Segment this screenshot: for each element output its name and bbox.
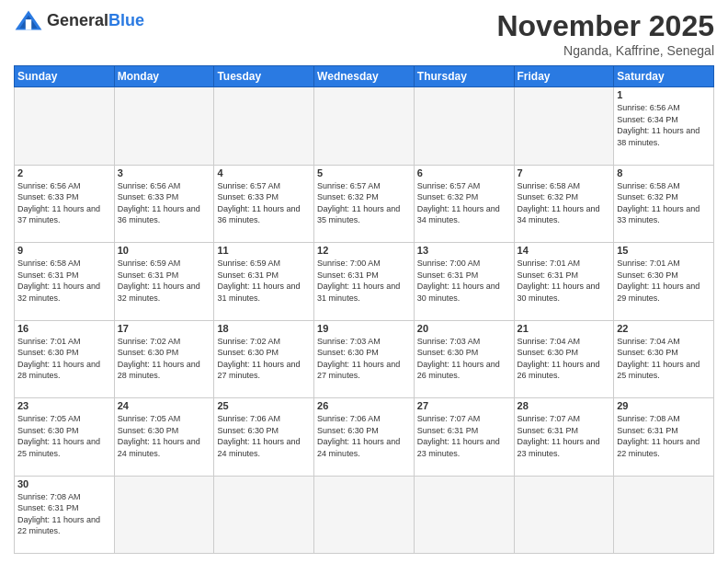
calendar-cell: 15Sunrise: 7:01 AMSunset: 6:30 PMDayligh…: [614, 243, 714, 321]
day-info: Sunrise: 6:58 AMSunset: 6:31 PMDaylight:…: [17, 258, 111, 304]
calendar-row: 30Sunrise: 7:08 AMSunset: 6:31 PMDayligh…: [15, 476, 714, 554]
calendar-cell: 9Sunrise: 6:58 AMSunset: 6:31 PMDaylight…: [15, 243, 115, 321]
day-info: Sunrise: 6:59 AMSunset: 6:31 PMDaylight:…: [217, 258, 311, 304]
calendar-cell: 16Sunrise: 7:01 AMSunset: 6:30 PMDayligh…: [15, 320, 115, 398]
day-info: Sunrise: 7:03 AMSunset: 6:30 PMDaylight:…: [417, 336, 511, 382]
day-number: 10: [118, 245, 211, 256]
calendar-cell: 25Sunrise: 7:06 AMSunset: 6:30 PMDayligh…: [214, 398, 314, 477]
day-number: 5: [317, 167, 411, 178]
day-info: Sunrise: 7:01 AMSunset: 6:31 PMDaylight:…: [518, 258, 611, 304]
calendar-cell: 26Sunrise: 7:06 AMSunset: 6:30 PMDayligh…: [314, 398, 415, 477]
calendar-row: 1Sunrise: 6:56 AMSunset: 6:34 PMDaylight…: [15, 87, 714, 166]
day-info: Sunrise: 6:58 AMSunset: 6:32 PMDaylight:…: [518, 180, 611, 226]
day-number: 24: [118, 400, 211, 411]
calendar-cell: 10Sunrise: 6:59 AMSunset: 6:31 PMDayligh…: [114, 243, 214, 321]
day-number: 13: [417, 245, 511, 256]
calendar-cell: 21Sunrise: 7:04 AMSunset: 6:30 PMDayligh…: [514, 320, 614, 398]
calendar-cell: 11Sunrise: 6:59 AMSunset: 6:31 PMDayligh…: [214, 243, 314, 321]
calendar-cell: 4Sunrise: 6:57 AMSunset: 6:33 PMDaylight…: [214, 165, 314, 243]
calendar-cell: 17Sunrise: 7:02 AMSunset: 6:30 PMDayligh…: [114, 320, 214, 398]
calendar-cell: 12Sunrise: 7:00 AMSunset: 6:31 PMDayligh…: [314, 243, 415, 321]
calendar-cell: [15, 87, 115, 166]
calendar-cell: 19Sunrise: 7:03 AMSunset: 6:30 PMDayligh…: [314, 320, 415, 398]
day-number: 8: [617, 167, 711, 178]
day-info: Sunrise: 6:57 AMSunset: 6:33 PMDaylight:…: [217, 180, 311, 226]
calendar-cell: 27Sunrise: 7:07 AMSunset: 6:31 PMDayligh…: [414, 398, 514, 477]
calendar-cell: [514, 476, 614, 554]
day-number: 18: [217, 323, 311, 334]
calendar-cell: 28Sunrise: 7:07 AMSunset: 6:31 PMDayligh…: [514, 398, 614, 477]
calendar-row: 2Sunrise: 6:56 AMSunset: 6:33 PMDaylight…: [15, 165, 714, 243]
day-number: 30: [17, 478, 111, 489]
day-info: Sunrise: 6:56 AMSunset: 6:33 PMDaylight:…: [17, 180, 111, 226]
day-info: Sunrise: 7:05 AMSunset: 6:30 PMDaylight:…: [118, 413, 211, 459]
calendar-row: 23Sunrise: 7:05 AMSunset: 6:30 PMDayligh…: [15, 398, 714, 477]
calendar-cell: 5Sunrise: 6:57 AMSunset: 6:32 PMDaylight…: [314, 165, 415, 243]
header-monday: Monday: [114, 66, 214, 87]
day-info: Sunrise: 6:56 AMSunset: 6:34 PMDaylight:…: [617, 102, 711, 148]
calendar-cell: 1Sunrise: 6:56 AMSunset: 6:34 PMDaylight…: [614, 87, 714, 166]
logo-text: GeneralBlue: [47, 11, 144, 30]
day-number: 7: [518, 167, 611, 178]
calendar-row: 9Sunrise: 6:58 AMSunset: 6:31 PMDaylight…: [15, 243, 714, 321]
day-info: Sunrise: 7:02 AMSunset: 6:30 PMDaylight:…: [217, 336, 311, 382]
day-number: 11: [217, 245, 311, 256]
calendar-cell: 22Sunrise: 7:04 AMSunset: 6:30 PMDayligh…: [614, 320, 714, 398]
calendar-cell: 2Sunrise: 6:56 AMSunset: 6:33 PMDaylight…: [15, 165, 115, 243]
day-number: 9: [17, 245, 111, 256]
day-info: Sunrise: 7:04 AMSunset: 6:30 PMDaylight:…: [617, 336, 711, 382]
calendar-cell: [314, 87, 415, 166]
day-number: 4: [217, 167, 311, 178]
weekday-header-row: Sunday Monday Tuesday Wednesday Thursday…: [15, 66, 714, 87]
day-info: Sunrise: 7:04 AMSunset: 6:30 PMDaylight:…: [518, 336, 611, 382]
calendar-cell: [314, 476, 415, 554]
day-info: Sunrise: 6:58 AMSunset: 6:32 PMDaylight:…: [617, 180, 711, 226]
day-number: 14: [518, 245, 611, 256]
calendar-cell: [514, 87, 614, 166]
calendar-cell: [214, 476, 314, 554]
day-info: Sunrise: 7:00 AMSunset: 6:31 PMDaylight:…: [417, 258, 511, 304]
day-info: Sunrise: 7:01 AMSunset: 6:30 PMDaylight:…: [617, 258, 711, 304]
day-number: 23: [17, 400, 111, 411]
day-number: 12: [317, 245, 411, 256]
day-info: Sunrise: 7:05 AMSunset: 6:30 PMDaylight:…: [17, 413, 111, 459]
day-info: Sunrise: 7:00 AMSunset: 6:31 PMDaylight:…: [317, 258, 411, 304]
calendar-page: GeneralBlue November 2025 Nganda, Kaffri…: [0, 0, 728, 563]
calendar-table: Sunday Monday Tuesday Wednesday Thursday…: [14, 65, 714, 554]
calendar-cell: [414, 476, 514, 554]
location: Nganda, Kaffrine, Senegal: [496, 43, 714, 58]
day-number: 25: [217, 400, 311, 411]
header: GeneralBlue November 2025 Nganda, Kaffri…: [14, 9, 714, 58]
calendar-cell: 29Sunrise: 7:08 AMSunset: 6:31 PMDayligh…: [614, 398, 714, 477]
calendar-cell: 20Sunrise: 7:03 AMSunset: 6:30 PMDayligh…: [414, 320, 514, 398]
calendar-cell: [214, 87, 314, 166]
day-number: 19: [317, 323, 411, 334]
svg-rect-2: [26, 19, 31, 29]
calendar-cell: 8Sunrise: 6:58 AMSunset: 6:32 PMDaylight…: [614, 165, 714, 243]
calendar-cell: 18Sunrise: 7:02 AMSunset: 6:30 PMDayligh…: [214, 320, 314, 398]
day-info: Sunrise: 7:08 AMSunset: 6:31 PMDaylight:…: [617, 413, 711, 459]
title-block: November 2025 Nganda, Kaffrine, Senegal: [496, 9, 714, 58]
day-number: 27: [417, 400, 511, 411]
calendar-cell: [114, 87, 214, 166]
day-number: 28: [518, 400, 611, 411]
day-info: Sunrise: 7:01 AMSunset: 6:30 PMDaylight:…: [17, 336, 111, 382]
day-number: 21: [518, 323, 611, 334]
calendar-cell: 23Sunrise: 7:05 AMSunset: 6:30 PMDayligh…: [15, 398, 115, 477]
day-info: Sunrise: 7:08 AMSunset: 6:31 PMDaylight:…: [17, 491, 111, 537]
day-info: Sunrise: 7:06 AMSunset: 6:30 PMDaylight:…: [317, 413, 411, 459]
day-number: 29: [617, 400, 711, 411]
month-title: November 2025: [496, 9, 714, 43]
day-number: 16: [17, 323, 111, 334]
day-info: Sunrise: 6:59 AMSunset: 6:31 PMDaylight:…: [118, 258, 211, 304]
day-number: 1: [617, 89, 711, 100]
day-number: 2: [17, 167, 111, 178]
header-thursday: Thursday: [414, 66, 514, 87]
header-friday: Friday: [514, 66, 614, 87]
day-number: 22: [617, 323, 711, 334]
logo: GeneralBlue: [14, 9, 144, 31]
day-number: 15: [617, 245, 711, 256]
day-number: 3: [118, 167, 211, 178]
calendar-cell: 6Sunrise: 6:57 AMSunset: 6:32 PMDaylight…: [414, 165, 514, 243]
day-info: Sunrise: 7:07 AMSunset: 6:31 PMDaylight:…: [518, 413, 611, 459]
